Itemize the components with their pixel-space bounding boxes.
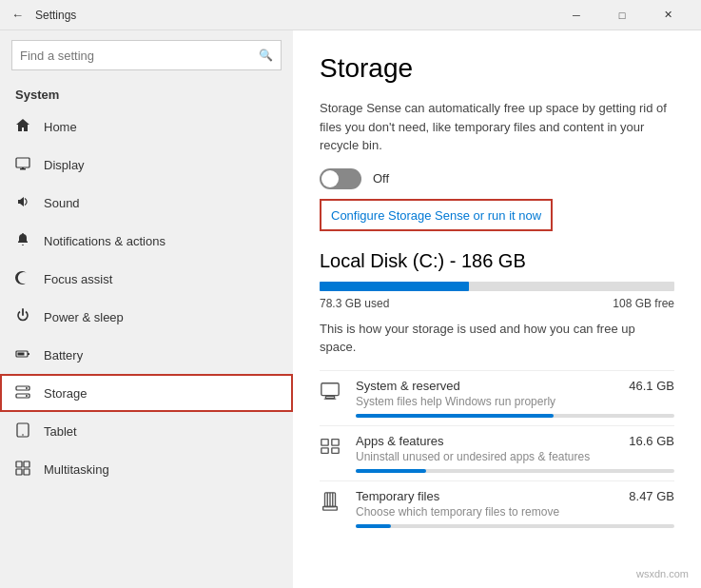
- configure-link-container: Configure Storage Sense or run it now: [320, 199, 553, 231]
- system-storage-icon: [320, 381, 342, 405]
- battery-icon: [15, 346, 30, 364]
- svg-rect-15: [24, 469, 29, 475]
- storage-item-desc-system: System files help Windows run properly: [356, 395, 674, 408]
- disk-bar-labels: 78.3 GB used 108 GB free: [320, 297, 674, 310]
- svg-rect-14: [16, 469, 22, 475]
- sidebar-item-display[interactable]: Display: [0, 146, 293, 184]
- svg-rect-4: [28, 353, 29, 355]
- sidebar-item-storage[interactable]: Storage: [0, 374, 293, 412]
- storage-item-temp[interactable]: Temporary files 8.47 GB Choose which tem…: [320, 480, 674, 536]
- storage-item-size-system: 46.1 GB: [629, 379, 674, 393]
- disk-used-label: 78.3 GB used: [320, 297, 389, 310]
- display-icon: [15, 156, 30, 174]
- tablet-icon: [15, 422, 30, 441]
- sidebar-label-power: Power & sleep: [44, 310, 124, 324]
- svg-rect-21: [321, 447, 328, 453]
- storage-sense-toggle[interactable]: [320, 168, 361, 189]
- svg-rect-22: [332, 447, 339, 453]
- storage-sense-toggle-row: Off: [320, 168, 674, 189]
- storage-item-bar-fill-apps: [356, 469, 426, 473]
- titlebar: ← Settings ─ □ ✕: [0, 0, 701, 30]
- home-icon: [15, 118, 30, 136]
- main-layout: 🔍 System Home Display Sound Notification…: [0, 30, 701, 588]
- power-icon: [15, 308, 30, 326]
- sound-icon: [15, 194, 30, 212]
- storage-item-name-system: System & reserved: [356, 379, 460, 393]
- search-container: 🔍: [0, 30, 293, 80]
- storage-item-info-temp: Temporary files 8.47 GB Choose which tem…: [356, 489, 674, 528]
- sidebar-item-home[interactable]: Home: [0, 108, 293, 146]
- storage-item-info-system: System & reserved 46.1 GB System files h…: [356, 379, 674, 418]
- back-button[interactable]: ←: [11, 8, 24, 22]
- svg-rect-17: [325, 396, 334, 398]
- sidebar-label-multitasking: Multitasking: [44, 462, 109, 477]
- svg-rect-5: [18, 352, 25, 355]
- sidebar-label-display: Display: [44, 158, 85, 172]
- sidebar-label-storage: Storage: [44, 386, 88, 401]
- sidebar-item-tablet[interactable]: Tablet: [0, 412, 293, 450]
- sidebar-item-power[interactable]: Power & sleep: [0, 298, 293, 336]
- sidebar-items-container: Home Display Sound Notifications & actio…: [0, 108, 293, 488]
- svg-rect-18: [324, 398, 337, 399]
- apps-storage-icon: [320, 436, 342, 461]
- svg-rect-13: [24, 461, 29, 467]
- search-box[interactable]: 🔍: [11, 40, 282, 70]
- storage-item-size-apps: 16.6 GB: [629, 434, 674, 448]
- svg-rect-12: [16, 461, 22, 467]
- window-controls: ─ □ ✕: [555, 0, 690, 30]
- storage-item-bar-system: [356, 414, 674, 418]
- focus-icon: [15, 270, 30, 288]
- storage-item-info-apps: Apps & features 16.6 GB Uninstall unused…: [356, 434, 674, 473]
- svg-rect-0: [16, 158, 29, 167]
- svg-rect-19: [321, 439, 328, 444]
- svg-rect-16: [321, 382, 339, 395]
- storage-item-bar-fill-system: [356, 414, 554, 418]
- storage-item-bar-fill-temp: [356, 524, 391, 528]
- sidebar-label-tablet: Tablet: [44, 424, 77, 439]
- storage-item-apps[interactable]: Apps & features 16.6 GB Uninstall unused…: [320, 425, 674, 480]
- svg-rect-24: [323, 506, 338, 510]
- restore-button[interactable]: □: [600, 0, 644, 30]
- storage-item-bar-apps: [356, 469, 674, 473]
- sidebar-item-focus[interactable]: Focus assist: [0, 260, 293, 298]
- sidebar-item-battery[interactable]: Battery: [0, 336, 293, 374]
- storage-item-system[interactable]: System & reserved 46.1 GB System files h…: [320, 370, 674, 425]
- disk-used-fill: [320, 282, 469, 291]
- multitasking-icon: [15, 461, 30, 479]
- sidebar: 🔍 System Home Display Sound Notification…: [0, 30, 293, 588]
- storage-item-name-temp: Temporary files: [356, 489, 439, 503]
- titlebar-title: Settings: [35, 9, 555, 22]
- sidebar-label-sound: Sound: [44, 196, 80, 210]
- sidebar-item-notifications[interactable]: Notifications & actions: [0, 222, 293, 260]
- sidebar-label-battery: Battery: [44, 348, 83, 363]
- disk-description: This is how your storage is used and how…: [320, 320, 674, 357]
- sidebar-section-label: System: [0, 80, 293, 108]
- toggle-state-label: Off: [373, 171, 389, 186]
- sidebar-item-sound[interactable]: Sound: [0, 184, 293, 222]
- watermark: wsxdn.com: [633, 567, 691, 580]
- page-title: Storage: [320, 53, 674, 84]
- minimize-button[interactable]: ─: [555, 0, 598, 30]
- storage-item-bar-temp: [356, 524, 674, 528]
- svg-point-9: [26, 395, 28, 397]
- svg-rect-2: [22, 167, 24, 169]
- svg-point-11: [22, 434, 24, 436]
- storage-sense-description: Storage Sense can automatically free up …: [320, 99, 674, 155]
- search-input[interactable]: [20, 49, 259, 63]
- sidebar-item-multitasking[interactable]: Multitasking: [0, 450, 293, 488]
- svg-rect-20: [332, 439, 339, 444]
- storage-item-name-apps: Apps & features: [356, 434, 444, 448]
- sidebar-label-notifications: Notifications & actions: [44, 234, 166, 248]
- close-button[interactable]: ✕: [646, 0, 690, 30]
- content-area: Storage Storage Sense can automatically …: [293, 30, 701, 588]
- storage-items-container: System & reserved 46.1 GB System files h…: [320, 370, 674, 536]
- disk-title: Local Disk (C:) - 186 GB: [320, 250, 674, 272]
- storage-item-desc-temp: Choose which temporary files to remove: [356, 505, 674, 519]
- storage-item-size-temp: 8.47 GB: [629, 489, 674, 503]
- sidebar-label-focus: Focus assist: [44, 272, 112, 286]
- disk-usage-bar: [320, 282, 674, 291]
- configure-storage-sense-link[interactable]: Configure Storage Sense or run it now: [331, 208, 541, 223]
- temp-storage-icon: [320, 491, 342, 516]
- toggle-knob: [321, 170, 339, 187]
- sidebar-label-home: Home: [44, 120, 77, 134]
